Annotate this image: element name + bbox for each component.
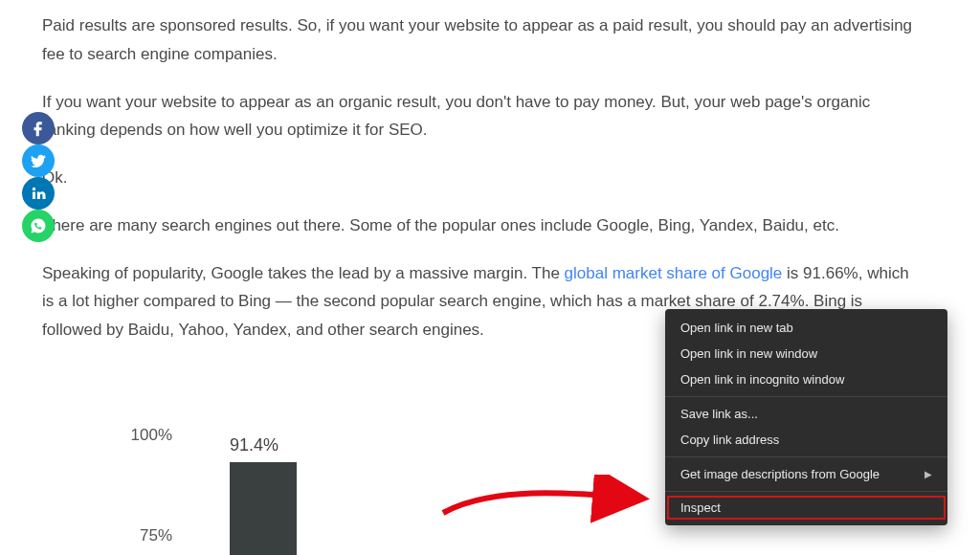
menu-image-descriptions[interactable]: Get image descriptions from Google ▶ [665, 461, 947, 487]
y-tick-label: 100% [105, 426, 172, 445]
menu-separator [665, 491, 947, 492]
menu-separator [665, 456, 947, 457]
chevron-right-icon: ▶ [924, 469, 932, 479]
paragraph: Ok. [42, 164, 915, 192]
menu-label: Get image descriptions from Google [680, 467, 880, 481]
whatsapp-icon[interactable] [22, 210, 55, 242]
menu-inspect[interactable]: Inspect [667, 496, 946, 520]
menu-open-new-window[interactable]: Open link in new window [665, 341, 947, 366]
menu-separator [665, 396, 947, 397]
market-share-link[interactable]: global market share of Google [565, 264, 783, 282]
twitter-icon[interactable] [22, 144, 55, 177]
chart-bar [230, 462, 297, 555]
menu-save-link-as[interactable]: Save link as... [665, 401, 947, 427]
article-body: Paid results are sponsored results. So, … [0, 0, 957, 344]
text-span: Speaking of popularity, Google takes the… [42, 264, 565, 282]
paragraph: If you want your website to appear as an… [42, 88, 915, 145]
facebook-icon[interactable] [22, 112, 55, 144]
social-share-bar [22, 112, 55, 242]
menu-copy-link-address[interactable]: Copy link address [665, 427, 947, 453]
linkedin-icon[interactable] [22, 177, 55, 210]
menu-open-incognito[interactable]: Open link in incognito window [665, 366, 947, 392]
menu-open-new-tab[interactable]: Open link in new tab [665, 315, 947, 341]
browser-context-menu: Open link in new tab Open link in new wi… [665, 309, 947, 525]
y-tick-label: 75% [105, 526, 172, 545]
annotation-arrow-icon [438, 475, 658, 532]
bar-value-label: 91.4% [230, 435, 278, 455]
paragraph: There are many search engines out there.… [42, 211, 915, 240]
paragraph: Paid results are sponsored results. So, … [42, 11, 915, 69]
